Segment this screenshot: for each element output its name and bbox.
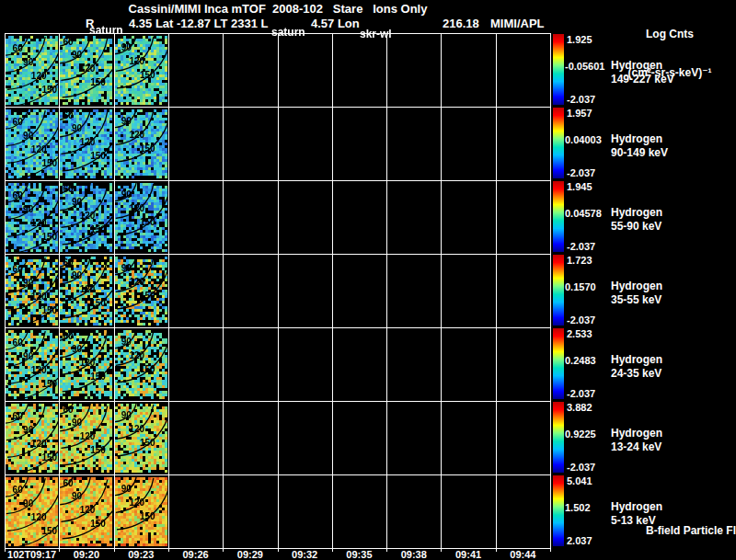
heatmap-panel [6, 34, 58, 106]
heatmap-panel [6, 475, 58, 547]
axis-tick [168, 549, 169, 552]
heatmap-panel [60, 475, 112, 547]
ephemeris-segment: 216.18 [443, 17, 479, 30]
colorbar [553, 328, 564, 399]
heatmap-panel [115, 108, 167, 179]
axis-tick [114, 549, 115, 552]
channel-species: Hydrogen [611, 353, 662, 366]
axis-tick [223, 549, 224, 552]
time-tick-label: 09:38 [401, 549, 427, 560]
channel-species: Hydrogen [611, 427, 662, 440]
colorbar-max-value: 1.925 [567, 34, 592, 45]
heatmap-panel [60, 34, 112, 106]
colorbar [553, 475, 564, 546]
time-tick-label: 09:35 [346, 549, 372, 560]
colorbar-min-value: -2.037 [567, 314, 595, 326]
ephemeris-segment: MIMI/APL [490, 17, 545, 30]
grid-vline [223, 33, 224, 549]
colorbar [553, 402, 564, 473]
time-tick-label: 09:44 [510, 549, 535, 560]
colorbar-mid-value: 0.04003 [565, 134, 602, 145]
axis-tick [550, 549, 551, 552]
channel-range: 24-35 keV [611, 367, 661, 380]
colorbar-mid-value: 1.502 [565, 502, 591, 513]
colorbar-min-value: 2.037 [567, 535, 592, 546]
grid-vline [496, 33, 497, 549]
plot-title: Cassini/MIMI Inca mTOF 2008-102 Stare Io… [5, 2, 551, 16]
heatmap-panel [60, 255, 112, 326]
colorbar-max-value: 3.882 [567, 402, 592, 413]
colorbar [553, 181, 564, 252]
colorbar-max-value: 1.723 [567, 255, 592, 266]
colorbar-min-value: -2.037 [567, 167, 595, 178]
colorbar-min-value: -2.037 [567, 241, 595, 252]
heatmap-panel [115, 328, 167, 400]
time-tick-label: 09:20 [74, 549, 99, 560]
heatmap-panel [60, 402, 112, 474]
channel-range: 55-90 keV [611, 220, 661, 233]
colorbar [553, 108, 564, 178]
axis-tick [386, 549, 387, 552]
channel-species: Hydrogen [611, 206, 662, 219]
time-tick-label: 09:29 [237, 549, 263, 560]
heatmap-panel [115, 402, 167, 474]
colorbar-title: Log Cnts (cm²-sr-s-keV)⁻¹ [604, 2, 736, 105]
colorbar-mid-value: 0.9225 [565, 429, 596, 440]
channel-range: 35-55 keV [611, 293, 661, 306]
channel-species: Hydrogen [611, 132, 662, 145]
mimi-inca-plot-window: Cassini/MIMI Inca mTOF 2008-102 Stare Io… [0, 0, 736, 560]
colorbar-min-value: -2.037 [567, 388, 595, 399]
channel-range: 90-149 keV [611, 146, 668, 159]
time-tick-label: 09:26 [182, 549, 208, 560]
axis-tick [5, 549, 6, 552]
colorbar-max-value: 1.957 [567, 108, 592, 119]
colorbar-max-value: 1.945 [567, 181, 592, 192]
event-label-saturn: saturn [271, 26, 305, 39]
bfield-note: B-field Particle Flow [646, 524, 736, 537]
heatmap-panel [115, 181, 167, 253]
channel-species: Hydrogen [611, 59, 662, 72]
heatmap-panel [6, 402, 58, 474]
grid-vline [168, 33, 169, 549]
event-label-skr-wl: skr-wl [360, 28, 392, 40]
colorbar-mid-value: 0.2483 [565, 355, 596, 366]
grid-vline [278, 33, 279, 549]
colorbar [553, 34, 564, 105]
channel-species: Hydrogen [611, 280, 662, 292]
channel-species: Hydrogen [611, 500, 662, 513]
grid-vline [386, 33, 387, 549]
colorbar-mid-value: 0.1570 [565, 281, 596, 292]
channel-range: 13-24 keV [611, 440, 661, 453]
grid-vline [332, 33, 333, 549]
axis-tick [496, 549, 497, 552]
colorbar-mid-value: -0.05601 [565, 61, 604, 72]
colorbar-max-value: 5.041 [567, 475, 592, 486]
heatmap-panel [6, 328, 58, 400]
heatmap-panel [6, 108, 58, 179]
time-tick-label: 09:32 [292, 549, 317, 560]
axis-tick [278, 549, 279, 552]
channel-range: 149-227 keV [611, 73, 674, 86]
grid-vline [550, 33, 551, 549]
ephemeris-segment: 4.57 Lon [311, 17, 360, 30]
ephemeris-segment: 4.35 Lat -12.87 LT 2331 L [129, 17, 269, 30]
colorbar-mid-value: 0.04578 [565, 208, 602, 219]
heatmap-panel [115, 475, 167, 547]
heatmap-panel [60, 108, 112, 179]
colorbar-title-line1: Log Cnts [604, 28, 736, 40]
colorbar-max-value: 2.533 [567, 328, 592, 339]
axis-tick [59, 549, 60, 552]
heatmap-panel [6, 181, 58, 253]
heatmap-panel [60, 328, 112, 400]
event-label-saturn: saturn [89, 24, 123, 37]
colorbar-min-value: -2.037 [567, 94, 595, 105]
time-tick-label: 09:41 [455, 549, 481, 560]
heatmap-panel [6, 255, 58, 326]
spectrogram-grid [5, 33, 551, 549]
heatmap-panel [60, 181, 112, 253]
time-tick-label: 102T09:17 [7, 549, 56, 560]
colorbar [553, 255, 564, 326]
heatmap-panel [115, 34, 167, 106]
grid-vline [441, 33, 442, 549]
heatmap-panel [115, 255, 167, 326]
